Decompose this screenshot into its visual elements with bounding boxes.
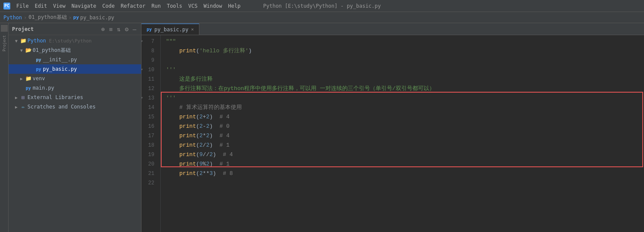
code-line-20: print ( 9 % 2 ) # 1 [166, 160, 644, 169]
code-line-18: print ( 2 / 2 ) # 1 [166, 141, 644, 150]
linenum-9: 9 [141, 56, 157, 65]
collapse-btn[interactable]: ≡ [108, 25, 114, 33]
menu-view[interactable]: View [51, 2, 68, 10]
line16-indent [166, 122, 179, 131]
linenum-8: 8 [141, 46, 157, 56]
venv-name: venv [33, 75, 45, 81]
project-panel-header: Project ⊕ ≡ ⇅ ⚙ — [9, 23, 141, 35]
scratches-toggle[interactable]: ▶ [14, 104, 19, 109]
tree-venv[interactable]: ▶ 📁 venv [9, 74, 141, 83]
title-bar: PC File Edit View Navigate Code Refactor… [0, 0, 644, 12]
line20-comment: # 1 [213, 160, 229, 169]
line8-paren2: ) [248, 46, 252, 56]
close-panel-btn[interactable]: — [132, 25, 138, 33]
linenum-20: 20 [141, 160, 157, 169]
root-path: E:\study\Python [49, 38, 91, 44]
menu-vcs[interactable]: VCS [186, 2, 200, 10]
breadcrumb-sep1: › [24, 15, 27, 21]
tab-py-basic[interactable]: py py_basic.py × [141, 24, 199, 35]
menu-tools[interactable]: Tools [164, 2, 185, 10]
sidebar-label: Project [2, 35, 6, 51]
menu-file[interactable]: File [14, 2, 31, 10]
sync-btn[interactable]: ⊕ [100, 25, 106, 33]
app-icon: PC [3, 3, 10, 9]
linenum-7: ▾ 7 [141, 37, 157, 46]
breadcrumb-filename: py_basic.py [80, 15, 114, 21]
init-py-icon: py [36, 57, 42, 63]
code-line-16: print ( 2 - 2 ) # 0 [166, 122, 644, 131]
scratches-icon: ✏ [20, 104, 26, 110]
sidebar-icon [1, 25, 8, 32]
line7-text: """ [166, 37, 176, 46]
tree-init-py[interactable]: ▶ py __init__.py [9, 55, 141, 64]
code-line-17: print ( 2 * 2 ) # 4 [166, 131, 644, 141]
line19-comment: # 4 [216, 150, 233, 160]
code-line-10: ''' [166, 65, 644, 75]
fold-icon-10[interactable]: ▾ [141, 65, 143, 75]
tree-folder-01[interactable]: ▼ 📂 01_python基础 [9, 45, 141, 55]
code-content[interactable]: """ print ( 'hello 多行注释' ) ''' [161, 35, 644, 190]
menu-bar: File Edit View Navigate Code Refactor Ru… [14, 2, 243, 10]
fold-icon-13[interactable]: ▾ [141, 93, 143, 103]
project-panel: Project ⊕ ≡ ⇅ ⚙ — ▼ 📁 Python E:\study\Py… [9, 23, 141, 232]
panel-title: Project [12, 26, 34, 32]
linenum-11: 11 [141, 75, 157, 84]
root-name: Python [27, 38, 46, 44]
tree-main-py[interactable]: ▶ py main.py [9, 83, 141, 93]
line16-comment: # 0 [213, 122, 229, 131]
menu-refactor[interactable]: Refactor [118, 2, 148, 10]
line17-comment: # 4 [213, 131, 229, 141]
linenum-13: ▾ 13 [141, 93, 157, 103]
tree-py-basic[interactable]: ▶ py py_basic.py [9, 64, 141, 74]
extlib-toggle[interactable]: ▶ [14, 95, 19, 100]
code-line-12: 多行注释写法：在python程序中使用多行注释，可以用 一对连续的三个引号（单引… [166, 84, 644, 93]
fold-icon-7[interactable]: ▾ [141, 37, 143, 46]
folder01-toggle[interactable]: ▼ [19, 48, 24, 53]
code-line-7: """ [166, 37, 644, 46]
tree-scratches[interactable]: ▶ ✏ Scratches and Consoles [9, 102, 141, 111]
breadcrumb-sep2: › [69, 15, 72, 21]
breadcrumb-file[interactable]: py py_basic.py [73, 15, 114, 21]
menu-edit[interactable]: Edit [32, 2, 50, 10]
extlib-name: External Libraries [27, 94, 83, 100]
linenum-15: 15 [141, 112, 157, 122]
venv-folder-icon: 📁 [25, 75, 31, 81]
root-toggle[interactable]: ▼ [14, 38, 19, 43]
linenum-22: 22 [141, 178, 157, 188]
tree-external-libs[interactable]: ▶ ⊞ External Libraries [9, 93, 141, 102]
window-title: Python [E:\study\Python] - py_basic.py [263, 3, 381, 9]
menu-code[interactable]: Code [100, 2, 117, 10]
menu-navigate[interactable]: Navigate [69, 2, 99, 10]
menu-help[interactable]: Help [226, 2, 243, 10]
code-line-9 [166, 56, 644, 65]
breadcrumb-folder[interactable]: 01_python基础 [29, 14, 67, 21]
main-py-name: main.py [33, 85, 54, 91]
settings-btn[interactable]: ⚙ [123, 25, 129, 33]
linenum-18: 18 [141, 141, 157, 150]
tab-file-icon: py [147, 27, 152, 32]
tab-bar: py py_basic.py × [141, 23, 644, 35]
menu-window[interactable]: Window [201, 2, 225, 10]
breadcrumb-python[interactable]: Python [3, 15, 22, 21]
tree-root[interactable]: ▼ 📁 Python E:\study\Python [9, 36, 141, 45]
tab-filename: py_basic.py [154, 27, 188, 33]
main-layout: Project Project ⊕ ≡ ⇅ ⚙ — ▼ 📁 Python E:\… [0, 23, 644, 232]
code-line-22 [166, 178, 644, 188]
code-line-19: print ( 9 // 2 ) # 4 [166, 150, 644, 160]
init-py-name: __init__.py [43, 57, 77, 63]
sort-btn[interactable]: ⇅ [116, 25, 122, 33]
line8-paren1: ( [196, 46, 199, 56]
line21-comment: # 8 [216, 169, 233, 178]
code-line-11: 这是多行注释 [166, 75, 644, 84]
line-numbers: ▾ 7 8 9 ▾ 10 11 12 ▾ 13 14 15 16 17 [141, 35, 161, 232]
project-folder-icon: 📁 [20, 38, 26, 44]
menu-run[interactable]: Run [149, 2, 163, 10]
linenum-21: 21 [141, 169, 157, 178]
venv-toggle[interactable]: ▶ [19, 76, 24, 81]
tab-close-btn[interactable]: × [191, 27, 194, 32]
line8-str: 'hello 多行注释' [199, 46, 248, 56]
linenum-17: 17 [141, 131, 157, 141]
panel-toolbar: ⊕ ≡ ⇅ ⚙ — [100, 25, 138, 33]
line10-text: ''' [166, 65, 176, 75]
code-line-13: ''' [166, 93, 644, 103]
